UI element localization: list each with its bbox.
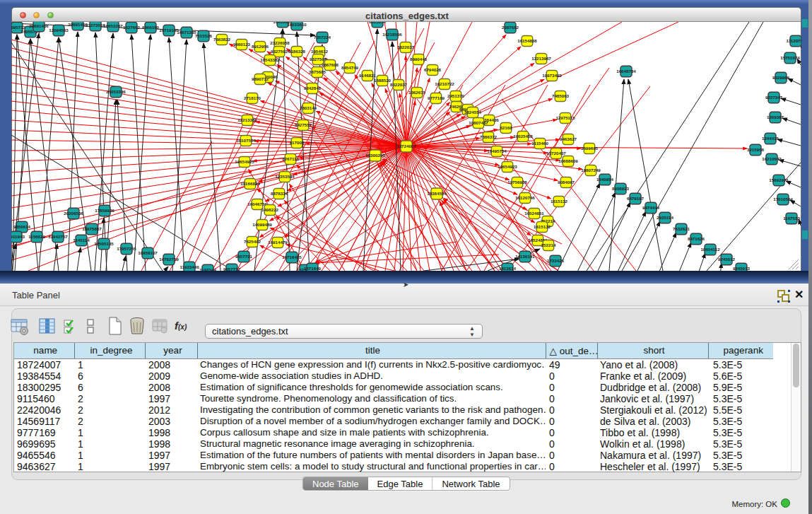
svg-text:9657712: 9657712 — [223, 267, 241, 271]
svg-text:9242848: 9242848 — [304, 86, 322, 90]
svg-text:2451370: 2451370 — [447, 93, 465, 98]
svg-text:16543382: 16543382 — [260, 57, 280, 62]
svg-text:12942757: 12942757 — [48, 234, 68, 239]
svg-text:14136141: 14136141 — [515, 254, 535, 259]
svg-text:10807487: 10807487 — [469, 120, 488, 125]
svg-text:7632621: 7632621 — [673, 226, 690, 231]
svg-text:16210722: 16210722 — [435, 81, 454, 86]
svg-text:1192344: 1192344 — [199, 267, 216, 271]
svg-text:1209387: 1209387 — [767, 115, 784, 119]
svg-text:1244415: 1244415 — [762, 136, 779, 141]
svg-text:3215958: 3215958 — [747, 147, 765, 152]
svg-text:10653267: 10653267 — [103, 23, 123, 28]
svg-text:1145114: 1145114 — [73, 238, 90, 243]
svg-text:23226058: 23226058 — [270, 40, 290, 45]
svg-text:9146821: 9146821 — [359, 73, 377, 78]
svg-text:12975115: 12975115 — [555, 115, 575, 120]
svg-text:7625402: 7625402 — [244, 239, 261, 244]
svg-text:10958107: 10958107 — [138, 250, 158, 255]
svg-text:7386372: 7386372 — [480, 134, 498, 139]
svg-text:15692971: 15692971 — [769, 177, 789, 182]
svg-text:1640954: 1640954 — [596, 177, 614, 182]
svg-text:252214: 252214 — [541, 243, 556, 247]
svg-text:19975867: 19975867 — [82, 226, 102, 231]
svg-text:20206536: 20206536 — [64, 211, 83, 216]
svg-text:6794028: 6794028 — [424, 67, 442, 72]
svg-text:18495754: 18495754 — [487, 148, 507, 153]
svg-text:9245012: 9245012 — [718, 257, 736, 262]
svg-text:9463627: 9463627 — [560, 136, 577, 141]
svg-text:9327508: 9327508 — [310, 57, 327, 62]
svg-text:16914479: 16914479 — [268, 240, 288, 245]
svg-text:9245013: 9245013 — [733, 266, 751, 271]
svg-text:2867608: 2867608 — [322, 62, 339, 67]
svg-text:62160: 62160 — [500, 125, 512, 130]
svg-text:16210643: 16210643 — [762, 156, 782, 161]
svg-text:15716485: 15716485 — [282, 255, 302, 259]
svg-text:12213389: 12213389 — [237, 117, 257, 122]
svg-text:21053346: 21053346 — [106, 89, 126, 94]
svg-text:19218506: 19218506 — [382, 32, 402, 37]
svg-text:3675685: 3675685 — [309, 69, 326, 74]
svg-text:16782759: 16782759 — [159, 257, 179, 262]
svg-text:1498222: 1498222 — [261, 207, 279, 212]
svg-text:9699695: 9699695 — [581, 146, 599, 151]
svg-text:17010504: 17010504 — [773, 197, 793, 201]
svg-text:9329966: 9329966 — [772, 75, 790, 80]
svg-text:19654923: 19654923 — [498, 164, 517, 169]
svg-text:1156829: 1156829 — [28, 234, 45, 239]
svg-text:9660123: 9660123 — [233, 42, 251, 47]
svg-text:16648784: 16648784 — [616, 69, 636, 74]
svg-text:3824554: 3824554 — [464, 110, 482, 115]
svg-text:16524851: 16524851 — [524, 211, 544, 216]
svg-text:7357224: 7357224 — [314, 35, 331, 40]
svg-text:3822037: 3822037 — [397, 45, 415, 49]
svg-text:8912956: 8912956 — [252, 44, 269, 49]
svg-text:14099489: 14099489 — [252, 222, 272, 227]
svg-text:19166829: 19166829 — [240, 181, 260, 186]
svg-text:17859926: 17859926 — [95, 208, 114, 213]
svg-text:12213967: 12213967 — [531, 56, 551, 61]
svg-text:1167533: 1167533 — [783, 216, 800, 221]
svg-text:18300295: 18300295 — [365, 153, 385, 158]
svg-text:7663822: 7663822 — [213, 37, 231, 42]
svg-text:9115460: 9115460 — [531, 141, 548, 146]
svg-text:6466160: 6466160 — [142, 25, 160, 30]
svg-text:8322037: 8322037 — [390, 82, 408, 87]
svg-text:8186328: 8186328 — [288, 49, 306, 54]
svg-text:12094503: 12094503 — [49, 28, 69, 33]
svg-text:19384554: 19384554 — [427, 191, 447, 196]
svg-text:1615132: 1615132 — [551, 199, 568, 204]
svg-text:9227347: 9227347 — [765, 95, 783, 100]
svg-text:15720407: 15720407 — [546, 151, 566, 156]
svg-text:8813054: 8813054 — [369, 22, 387, 24]
svg-text:21273516: 21273516 — [86, 23, 105, 28]
svg-text:19756928: 19756928 — [507, 180, 527, 185]
svg-text:9474444: 9474444 — [642, 205, 660, 210]
svg-text:1615132: 1615132 — [534, 224, 551, 229]
svg-text:15751074: 15751074 — [780, 55, 800, 60]
svg-text:8427552: 8427552 — [295, 122, 312, 127]
svg-text:7515526: 7515526 — [195, 33, 213, 38]
svg-text:8471626: 8471626 — [688, 236, 705, 241]
svg-text:20691406: 20691406 — [68, 22, 88, 27]
svg-text:917006: 917006 — [290, 140, 305, 145]
svg-text:11120758: 11120758 — [787, 38, 801, 43]
svg-text:10120746: 10120746 — [515, 195, 535, 200]
svg-text:1527602: 1527602 — [123, 25, 141, 30]
svg-text:1413614: 1413614 — [499, 266, 517, 271]
svg-text:10025458: 10025458 — [513, 134, 533, 139]
svg-text:16154808: 16154808 — [517, 38, 537, 43]
svg-text:6479197: 6479197 — [627, 196, 645, 201]
svg-text:8878334: 8878334 — [271, 191, 288, 196]
svg-text:10654112: 10654112 — [700, 247, 720, 252]
svg-text:18807249: 18807249 — [581, 168, 601, 173]
svg-text:10107554: 10107554 — [236, 138, 256, 143]
svg-text:9084067: 9084067 — [558, 180, 575, 185]
svg-text:17957255: 17957255 — [117, 246, 136, 251]
svg-text:1588520: 1588520 — [374, 78, 392, 83]
svg-text:3911943: 3911943 — [11, 234, 25, 239]
svg-text:16671385: 16671385 — [177, 30, 196, 35]
svg-text:1571649: 1571649 — [304, 266, 322, 271]
svg-text:7485063: 7485063 — [552, 93, 570, 98]
